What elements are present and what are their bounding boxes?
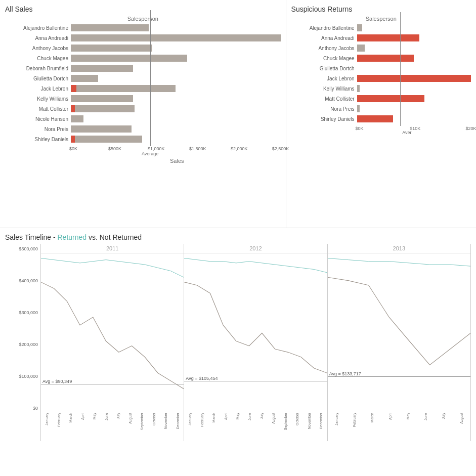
month-label: February <box>196 413 208 427</box>
bar-row: Shirley Daniels <box>291 114 471 123</box>
month-label: July <box>435 413 452 419</box>
month-label: June <box>417 413 435 420</box>
suspicious-returns-bar-chart: Alejandro Ballentine Anna Andreadi Antho… <box>291 23 471 136</box>
bar-label: Kelly Williams <box>5 96 71 102</box>
bar-wrapper <box>357 54 471 63</box>
bar-segment-main <box>75 105 135 112</box>
month-label: May <box>89 413 101 419</box>
month-label: June <box>244 413 256 420</box>
bar-row: Anthony Jacobs <box>291 44 471 53</box>
x-tick: $0K <box>356 126 364 131</box>
suspicious-returns-column-header: Salesperson <box>291 16 471 22</box>
timeline-title-prefix: Sales Timeline - <box>5 233 57 241</box>
month-label: January <box>328 413 345 425</box>
month-label: April <box>77 413 89 420</box>
month-label: July <box>112 413 124 419</box>
bar-label: Anthony Jacobs <box>291 46 357 51</box>
month-label: July <box>256 413 268 419</box>
x-tick: $0K <box>69 146 77 151</box>
bar-label: Chuck Magee <box>5 56 71 61</box>
bar-segment-main <box>75 136 143 143</box>
bar-label: Jack Lebron <box>5 86 71 92</box>
bar-label: Anna Andreadi <box>5 35 71 41</box>
y-tick: $100,000 <box>19 374 38 379</box>
bar-wrapper <box>357 84 471 93</box>
bar-row: Kelly Williams <box>291 84 471 93</box>
month-label: March <box>65 413 77 422</box>
bar-wrapper <box>357 104 471 113</box>
bar-label: Giulietta Dortch <box>291 66 357 71</box>
x-tick: $20K <box>465 126 476 131</box>
timeline-y-axis: $500,000$400,000$300,000$200,000$100,000… <box>5 244 40 441</box>
month-label: December <box>315 413 327 429</box>
bar-wrapper <box>71 135 281 144</box>
month-label: January <box>41 413 53 425</box>
y-tick: $400,000 <box>19 278 38 283</box>
month-label: May <box>232 413 244 419</box>
bar-row: Anna Andreadi <box>5 33 281 42</box>
bar-segment-main <box>71 75 98 82</box>
timeline-title: Sales Timeline - Returned vs. Not Return… <box>5 233 471 241</box>
bar-label: Alejandro Ballentine <box>5 25 71 31</box>
bar-label: Jack Lebron <box>291 76 357 81</box>
panel-chart: Avg = $105,454 <box>184 253 327 413</box>
panel-year-label: 2011 <box>41 244 184 253</box>
bar-wrapper <box>357 33 471 42</box>
bar-wrapper <box>71 84 281 93</box>
month-label: May <box>399 413 417 419</box>
panel-year-label: 2013 <box>328 244 470 253</box>
bar-row: Anthony Jacobs <box>5 44 281 53</box>
bar-label: Kelly Williams <box>291 86 357 92</box>
bar-label: Giulietta Dortch <box>5 76 71 81</box>
y-tick: $500,000 <box>19 246 38 251</box>
month-label: March <box>363 413 381 422</box>
line-chart-svg <box>184 253 327 413</box>
bar-row: Chuck Magee <box>5 54 281 63</box>
bar-label: Nicole Hansen <box>5 116 71 122</box>
bar-row: Matt Collister <box>291 94 471 103</box>
month-label: April <box>220 413 232 420</box>
month-label: September <box>136 413 148 430</box>
avg-horizontal-line <box>41 384 184 384</box>
bar-row: Kelly Williams <box>5 94 281 103</box>
timeline-title-suffix: vs. Not Returned <box>86 233 142 241</box>
bar-wrapper <box>71 54 281 63</box>
bar-row: Jack Lebron <box>5 84 281 93</box>
bar-row: Nora Preis <box>5 124 281 134</box>
bar-wrapper <box>71 23 281 32</box>
bar-label: Nora Preis <box>291 106 357 112</box>
suspicious-returns-section: Suspicious Returns Salesperson Alejandro… <box>286 0 476 228</box>
bar-wrapper <box>357 44 471 53</box>
timeline-panel-2013: 2013 Avg = $133,717 JanuaryFebruaryMarch… <box>328 244 471 441</box>
avg-label: Aver <box>402 130 411 135</box>
bar-segment <box>357 115 394 122</box>
x-tick: $500K <box>108 146 121 151</box>
bar-wrapper <box>357 114 471 123</box>
bar-row: Chuck Magee <box>291 54 471 63</box>
all-sales-bar-chart: Alejandro Ballentine Anna Andreadi Antho… <box>5 23 281 156</box>
bar-segment-main <box>71 65 133 72</box>
panel-year-label: 2012 <box>184 244 327 253</box>
bar-segment-red <box>71 136 75 143</box>
month-label: September <box>280 413 292 430</box>
bar-segment <box>357 105 360 112</box>
month-label: March <box>208 413 220 422</box>
bar-row: Nora Preis <box>291 104 471 113</box>
timeline-panel-2011: 2011 Avg = $90,349 JanuaryFebruaryMarchA… <box>41 244 184 441</box>
bar-segment-main <box>71 55 187 62</box>
avg-line <box>400 12 401 126</box>
bar-segment <box>357 45 365 52</box>
y-tick: $0 <box>33 406 38 411</box>
bar-wrapper <box>71 44 281 53</box>
bar-row: Jack Lebron <box>291 74 471 83</box>
bar-row: Anna Andreadi <box>291 33 471 42</box>
bar-wrapper <box>357 74 471 83</box>
avg-horizontal-line <box>328 376 470 377</box>
panel-months: JanuaryFebruaryMarchAprilMayJuneJulyAugu… <box>184 413 327 441</box>
bar-segment-main <box>71 24 149 31</box>
month-label: December <box>172 413 184 429</box>
bar-label: Deborah Brumfield <box>5 66 71 71</box>
line-chart-svg <box>41 253 184 413</box>
panel-months: JanuaryFebruaryMarchAprilMayJuneJulyAugu… <box>328 413 470 441</box>
panel-months: JanuaryFebruaryMarchAprilMayJuneJulyAugu… <box>41 413 184 441</box>
